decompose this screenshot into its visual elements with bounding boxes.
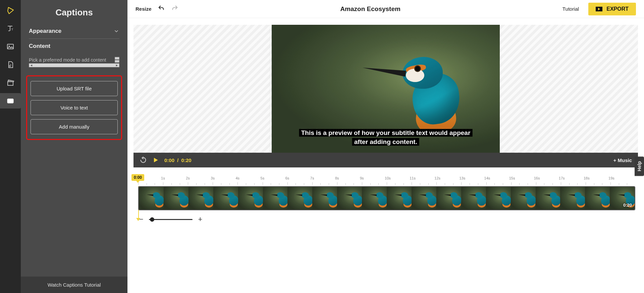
project-title: Amazon Ecosystem bbox=[184, 5, 556, 13]
zoom-in-button[interactable]: + bbox=[197, 215, 203, 224]
help-tab[interactable]: Help bbox=[635, 156, 644, 176]
rail-audio-file-icon[interactable] bbox=[3, 57, 18, 72]
clip-thumbnail[interactable] bbox=[436, 187, 461, 210]
export-play-icon bbox=[596, 7, 602, 11]
clip-thumbnail[interactable] bbox=[263, 187, 288, 210]
clip-thumbnail[interactable] bbox=[486, 187, 511, 210]
rail-captions-icon[interactable] bbox=[0, 93, 21, 108]
clip-thumbnail[interactable] bbox=[337, 187, 362, 210]
tick-minor bbox=[320, 176, 329, 185]
content-helper: Pick a preferred mode to add content bbox=[29, 57, 119, 63]
appearance-label: Appearance bbox=[29, 28, 61, 34]
helper-spinner bbox=[115, 57, 119, 63]
clip-thumbnail[interactable] bbox=[164, 187, 189, 210]
tick-major: 2s bbox=[188, 176, 196, 185]
clip-thumbnail[interactable] bbox=[238, 187, 263, 210]
upload-srt-button[interactable]: Upload SRT file bbox=[31, 81, 118, 96]
tick-minor bbox=[494, 176, 503, 185]
scroll-left-icon[interactable]: ◄ bbox=[30, 64, 33, 67]
add-music-button[interactable]: + Music bbox=[613, 157, 632, 163]
tick-minor bbox=[445, 176, 453, 185]
spinner-up[interactable] bbox=[115, 57, 119, 60]
tick-major bbox=[138, 176, 147, 185]
tick-minor bbox=[594, 176, 602, 185]
svg-rect-1 bbox=[7, 44, 13, 49]
clip-thumbnail[interactable] bbox=[412, 187, 436, 210]
tick-minor bbox=[627, 176, 635, 185]
tick-label: 1s bbox=[161, 176, 165, 180]
tick-major: 16s bbox=[536, 176, 544, 185]
tick-major: 1s bbox=[163, 176, 171, 185]
export-label: EXPORT bbox=[606, 6, 629, 12]
preview-stage: This is a preview of how your subtitle t… bbox=[133, 25, 638, 153]
tick-label: 11s bbox=[410, 176, 416, 180]
time-display: 0:00 / 0:20 bbox=[164, 157, 192, 163]
restart-button[interactable] bbox=[140, 156, 147, 164]
clip-track[interactable]: 0:20 bbox=[138, 186, 635, 210]
voice-to-text-button[interactable]: Voice to text bbox=[31, 100, 118, 115]
zoom-thumb[interactable] bbox=[150, 217, 154, 222]
content-section-header[interactable]: Content bbox=[29, 39, 119, 54]
zoom-slider[interactable] bbox=[149, 219, 193, 220]
clip-thumbnail[interactable] bbox=[287, 187, 312, 210]
clip-thumbnail[interactable] bbox=[189, 187, 213, 210]
rail-clapper-icon[interactable] bbox=[3, 75, 18, 90]
tick-minor bbox=[370, 176, 379, 185]
tick-label: 8s bbox=[335, 176, 339, 180]
tick-major: 4s bbox=[237, 176, 246, 185]
player-bar: 0:00 / 0:20 + Music bbox=[133, 153, 638, 167]
appearance-section-header[interactable]: Appearance bbox=[29, 24, 119, 39]
clip-thumbnail[interactable] bbox=[585, 187, 610, 210]
clip-thumbnail[interactable] bbox=[536, 187, 560, 210]
tick-label: 13s bbox=[459, 176, 465, 180]
svg-rect-3 bbox=[8, 82, 13, 85]
undo-button[interactable] bbox=[158, 5, 165, 13]
watch-tutorial-link[interactable]: Watch Captions Tutorial bbox=[21, 277, 127, 293]
tick-label: 15s bbox=[509, 176, 515, 180]
tick-major: 14s bbox=[486, 176, 495, 185]
timeline-ruler[interactable]: 1s2s3s4s5s6s7s8s9s10s11s12s13s14s15s16s1… bbox=[138, 176, 635, 185]
main-area: Resize Amazon Ecosystem Tutorial EXPORT bbox=[127, 0, 644, 293]
rail-text-icon[interactable]: T bbox=[3, 21, 18, 36]
tick-major: 3s bbox=[213, 176, 221, 185]
tick-minor bbox=[395, 176, 404, 185]
tick-minor bbox=[619, 176, 627, 185]
video-preview[interactable]: This is a preview of how your subtitle t… bbox=[272, 25, 500, 153]
spinner-down[interactable] bbox=[115, 60, 119, 63]
rail-play-icon[interactable] bbox=[3, 3, 18, 18]
scroll-right-icon[interactable]: ► bbox=[115, 64, 118, 67]
tick-minor bbox=[470, 176, 478, 185]
tick-major: 18s bbox=[586, 176, 594, 185]
tick-label: 14s bbox=[484, 176, 490, 180]
clip-thumbnail[interactable] bbox=[387, 187, 412, 210]
tick-minor bbox=[246, 176, 254, 185]
svg-text:T: T bbox=[11, 28, 13, 31]
export-button[interactable]: EXPORT bbox=[588, 3, 636, 15]
play-button[interactable] bbox=[152, 157, 159, 163]
clip-thumbnail[interactable] bbox=[461, 187, 486, 210]
rail-image-icon[interactable] bbox=[3, 39, 18, 54]
tick-major: 17s bbox=[561, 176, 569, 185]
tutorial-link[interactable]: Tutorial bbox=[562, 6, 579, 12]
add-manually-button[interactable]: Add manually bbox=[31, 119, 118, 134]
svg-rect-5 bbox=[8, 101, 11, 102]
current-time: 0:00 bbox=[164, 157, 174, 163]
chevron-down-icon bbox=[113, 28, 119, 34]
clip-thumbnail[interactable] bbox=[362, 187, 387, 210]
clip-thumbnail[interactable] bbox=[312, 187, 337, 210]
duration: 0:20 bbox=[181, 157, 192, 163]
captions-panel: Captions Appearance Content Pick a prefe… bbox=[21, 0, 127, 293]
time-separator: / bbox=[176, 157, 180, 163]
playhead-arrow-icon bbox=[136, 218, 140, 221]
clip-thumbnail[interactable] bbox=[511, 187, 536, 210]
clip-thumbnail[interactable] bbox=[139, 187, 164, 210]
tick-major: 5s bbox=[263, 176, 271, 185]
resize-button[interactable]: Resize bbox=[136, 6, 152, 12]
clip-thumbnail[interactable] bbox=[213, 187, 238, 210]
tick-minor bbox=[171, 176, 180, 185]
tick-major: 10s bbox=[387, 176, 395, 185]
svg-rect-4 bbox=[7, 99, 13, 103]
helper-scrollbar[interactable]: ◄ ► bbox=[29, 63, 119, 67]
clip-thumbnail[interactable] bbox=[560, 187, 585, 210]
tick-label: 17s bbox=[559, 176, 565, 180]
